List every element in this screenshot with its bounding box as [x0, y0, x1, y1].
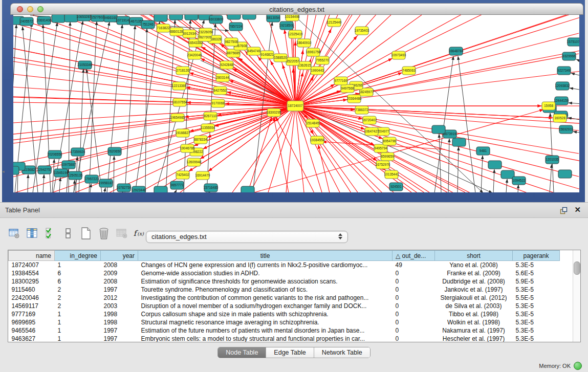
graph-edge[interactable] [74, 22, 110, 192]
graph-edge[interactable] [568, 118, 579, 121]
graph-node[interactable]: 10975887 [61, 161, 76, 169]
column-header-short[interactable]: short [435, 251, 513, 261]
graph-node[interactable]: 1514845 [306, 119, 319, 127]
graph-node[interactable]: 16752976 [376, 161, 390, 169]
graph-node[interactable] [241, 186, 254, 192]
graph-node[interactable]: 9497568 [341, 84, 354, 93]
graph-node[interactable]: 21053346 [78, 61, 93, 69]
graph-node[interactable]: 18300295 [267, 108, 281, 117]
graph-edge[interactable] [250, 106, 295, 192]
graph-node[interactable]: 19958187 [99, 179, 114, 187]
graph-edge[interactable] [573, 132, 579, 134]
column-header-name[interactable]: name [9, 251, 55, 261]
delete-table-icon[interactable] [97, 226, 111, 240]
graph-node[interactable] [452, 138, 466, 146]
pane-collapse-arrow[interactable]: ◂ [2, 169, 5, 174]
graph-edge[interactable] [89, 21, 97, 192]
graph-node[interactable]: 10973493 [391, 51, 406, 59]
graph-node[interactable]: 2718126 [176, 67, 189, 75]
graph-edge[interactable] [274, 117, 289, 192]
graph-node[interactable]: 1588520 [274, 54, 287, 62]
graph-node[interactable] [64, 15, 78, 22]
graph-node[interactable]: 8522057 [286, 57, 299, 65]
graph-node[interactable]: 12213369 [172, 82, 187, 90]
graph-node[interactable]: 7857224 [229, 23, 243, 31]
graph-node[interactable]: 2620650 [108, 147, 121, 156]
graph-node[interactable]: 23226058 [199, 28, 213, 36]
graph-edge[interactable] [434, 56, 453, 192]
graph-edge[interactable] [13, 84, 295, 106]
graph-edge[interactable] [550, 164, 552, 192]
graph-node[interactable]: 12942757 [37, 166, 52, 174]
graph-node[interactable]: 1201035 [546, 156, 559, 164]
graph-node[interactable]: 17359924 [71, 148, 85, 156]
graph-node[interactable]: 12125449 [327, 18, 342, 27]
table-row[interactable]: 1830029562008Estimation of significance … [9, 277, 560, 286]
graph-node[interactable]: 16914479 [195, 171, 210, 180]
graph-edge[interactable] [114, 156, 114, 192]
row-height-icon[interactable] [61, 226, 75, 240]
graph-edge[interactable] [439, 134, 441, 192]
graph-edge[interactable] [295, 106, 579, 177]
graph-node[interactable]: 8267110 [204, 112, 217, 120]
graph-edge[interactable] [13, 61, 295, 106]
graph-node[interactable]: 7163822 [157, 24, 170, 32]
graph-edge[interactable] [107, 25, 122, 192]
graph-node[interactable]: 10135441 [384, 170, 399, 179]
graph-edge[interactable] [125, 26, 135, 192]
graph-edge[interactable] [135, 21, 160, 192]
graph-node[interactable]: 8912934 [183, 30, 196, 38]
graph-node[interactable]: 8954796 [383, 137, 396, 145]
table-row[interactable]: 1938455462009Genome-wide association stu… [9, 269, 560, 277]
column-header-pagerank[interactable]: pagerank [513, 251, 560, 261]
graph-node[interactable]: 9227349 [557, 67, 571, 75]
graph-edge[interactable] [203, 106, 295, 149]
graph-node[interactable]: 10647427 [364, 127, 379, 136]
column-header-year[interactable]: year [101, 251, 138, 261]
graph-edge[interactable] [295, 106, 411, 192]
show-column-icon[interactable] [25, 226, 39, 240]
graph-node[interactable]: 751246 [141, 20, 155, 29]
graph-node[interactable]: 160528 [553, 114, 567, 122]
graph-edge[interactable] [295, 106, 553, 118]
graph-edge[interactable] [295, 15, 579, 106]
table-row[interactable]: 969969511998Structural magnetic resonanc… [9, 318, 560, 326]
graph-node[interactable]: 19046786 [180, 144, 195, 152]
float-window-icon[interactable] [560, 207, 568, 214]
graph-node[interactable]: 16961758 [306, 48, 321, 56]
graph-node[interactable]: 7386372 [355, 106, 368, 114]
table-row[interactable]: 2242004622012Investigating the contribut… [9, 294, 560, 302]
graph-node[interactable]: 19384554 [310, 136, 325, 144]
column-header-title[interactable]: title [138, 251, 393, 261]
graph-node[interactable]: 1362615 [298, 61, 311, 70]
graph-node[interactable]: 15692931 [559, 125, 574, 134]
graph-node[interactable] [432, 125, 445, 134]
graph-node[interactable]: 9242848 [220, 61, 233, 69]
graph-edge[interactable] [13, 82, 295, 106]
graph-node[interactable]: 9827508 [225, 38, 238, 46]
tab-node-table[interactable]: Node Table [218, 347, 266, 358]
graph-node[interactable]: 2405572 [20, 17, 33, 26]
graph-edge[interactable] [248, 117, 272, 192]
graph-node[interactable]: 16033809 [209, 15, 224, 24]
graph-node[interactable]: 15716485 [204, 184, 219, 192]
function-builder-icon[interactable]: f(x) [133, 226, 147, 240]
graph-edge[interactable] [571, 73, 579, 78]
graph-edge[interactable] [145, 29, 147, 192]
graph-node[interactable]: 12444159 [554, 97, 569, 105]
network-canvas[interactable]: 2405572206914061065328715276029466160107… [13, 15, 579, 192]
graph-edge[interactable] [570, 88, 579, 91]
graph-node[interactable] [185, 15, 198, 20]
graph-node[interactable]: 12505135 [68, 171, 83, 180]
graph-edge[interactable] [295, 15, 579, 106]
table-header-row[interactable]: namein_degreeyeartitle△ out_de...shortpa… [9, 251, 560, 261]
graph-node[interactable]: 15751074 [567, 38, 579, 46]
table-selector-dropdown[interactable]: citations_edges.txt [146, 231, 348, 243]
tab-network-table[interactable]: Network Table [314, 347, 370, 358]
graph-edge[interactable] [253, 110, 543, 192]
graph-node[interactable]: 12325419 [288, 30, 303, 38]
graph-edge[interactable] [295, 15, 579, 106]
graph-node[interactable]: 8878334 [194, 136, 207, 144]
graph-node[interactable]: 9170068 [211, 99, 225, 107]
graph-node[interactable]: 9481 [476, 147, 490, 155]
